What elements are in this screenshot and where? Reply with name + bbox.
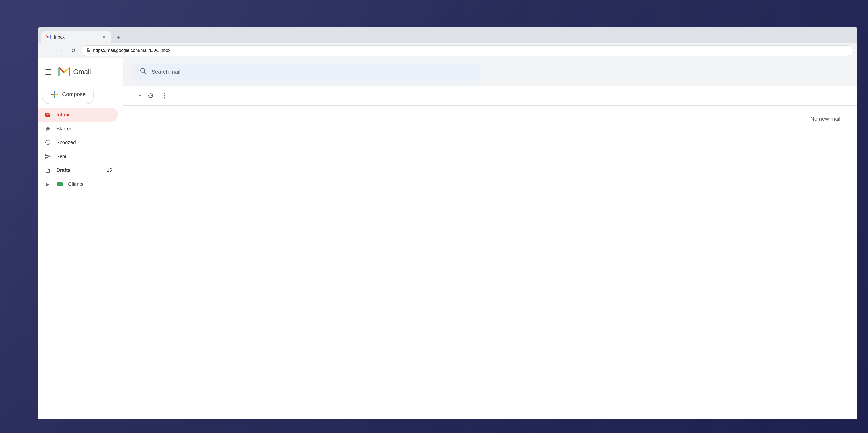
- select-all-button[interactable]: ▼: [131, 90, 143, 102]
- starred-label: Starred: [56, 126, 112, 132]
- email-toolbar: ▼: [123, 86, 857, 106]
- gmail-favicon-icon: M: [45, 34, 51, 40]
- select-dropdown-arrow: ▼: [138, 93, 142, 97]
- lock-icon: [86, 48, 90, 53]
- refresh-button[interactable]: ↻: [68, 46, 78, 56]
- browser-chrome: M Inbox × + ← → ↻: [38, 27, 857, 58]
- gmail-m-svg: [57, 65, 71, 79]
- hamburger-button[interactable]: [43, 67, 53, 77]
- sidebar-header: Gmail: [38, 63, 123, 85]
- browser-toolbar: ← → ↻ https://mail.google.com/mail/u/0/#…: [38, 43, 857, 58]
- clock-icon: [44, 139, 51, 146]
- tab-bar: M Inbox × +: [38, 29, 857, 43]
- snoozed-label: Snoozed: [56, 140, 112, 145]
- no-mail-area: No new mail!: [123, 106, 857, 420]
- draft-icon: [44, 167, 51, 174]
- search-bar-container: Search mail: [123, 58, 857, 86]
- forward-button[interactable]: →: [55, 46, 65, 56]
- back-button[interactable]: ←: [42, 46, 52, 56]
- inbox-icon: [44, 111, 51, 118]
- star-icon: [44, 125, 51, 132]
- search-bar[interactable]: Search mail: [133, 63, 480, 81]
- svg-point-10: [164, 93, 165, 94]
- sidebar: Gmail Compose: [38, 58, 123, 420]
- send-icon: [44, 153, 51, 160]
- svg-rect-1: [87, 50, 90, 52]
- svg-point-11: [164, 95, 165, 96]
- monitor-frame: M Inbox × + ← → ↻: [0, 0, 868, 433]
- drafts-label: Drafts: [56, 168, 102, 173]
- browser-screen: M Inbox × + ← → ↻: [38, 27, 857, 420]
- compose-label: Compose: [62, 91, 86, 97]
- search-placeholder-text: Search mail: [152, 69, 180, 75]
- sidebar-item-inbox[interactable]: Inbox: [38, 108, 118, 122]
- search-icon: [140, 67, 147, 76]
- sidebar-item-clients[interactable]: ▶ Clients: [38, 177, 118, 191]
- main-content: Search mail ▼: [123, 58, 857, 420]
- browser-content: Gmail Compose: [38, 58, 857, 420]
- compose-plus-icon: [50, 90, 58, 98]
- new-tab-button[interactable]: +: [113, 32, 124, 43]
- browser-tab-inbox[interactable]: M Inbox ×: [41, 31, 111, 43]
- clients-label-icon: [56, 181, 63, 187]
- inbox-label: Inbox: [56, 112, 112, 118]
- svg-line-9: [144, 72, 146, 74]
- url-text: https://mail.google.com/mail/u/0/#inbox: [93, 48, 170, 53]
- sidebar-item-sent[interactable]: Sent: [38, 149, 118, 163]
- tab-title: Inbox: [54, 35, 98, 40]
- sidebar-item-snoozed[interactable]: Snoozed: [38, 136, 118, 149]
- sidebar-item-drafts[interactable]: Drafts 15: [38, 163, 118, 177]
- tab-close-button[interactable]: ×: [101, 34, 107, 40]
- gmail-text: Gmail: [73, 68, 91, 76]
- no-mail-text: No new mail!: [810, 116, 842, 122]
- address-bar[interactable]: https://mail.google.com/mail/u/0/#inbox: [81, 46, 853, 56]
- clients-label: Clients: [68, 181, 112, 187]
- checkbox-square-icon: [132, 93, 137, 98]
- compose-button[interactable]: Compose: [42, 85, 93, 104]
- svg-text:M: M: [46, 35, 49, 38]
- drafts-badge: 15: [107, 168, 112, 173]
- expand-clients-icon: ▶: [44, 181, 51, 187]
- refresh-emails-button[interactable]: [145, 90, 156, 102]
- svg-point-12: [164, 97, 165, 98]
- sidebar-item-starred[interactable]: Starred: [38, 122, 118, 136]
- sent-label: Sent: [56, 153, 112, 159]
- svg-rect-7: [57, 182, 63, 186]
- gmail-logo: Gmail: [57, 65, 91, 79]
- more-options-button[interactable]: [158, 90, 170, 102]
